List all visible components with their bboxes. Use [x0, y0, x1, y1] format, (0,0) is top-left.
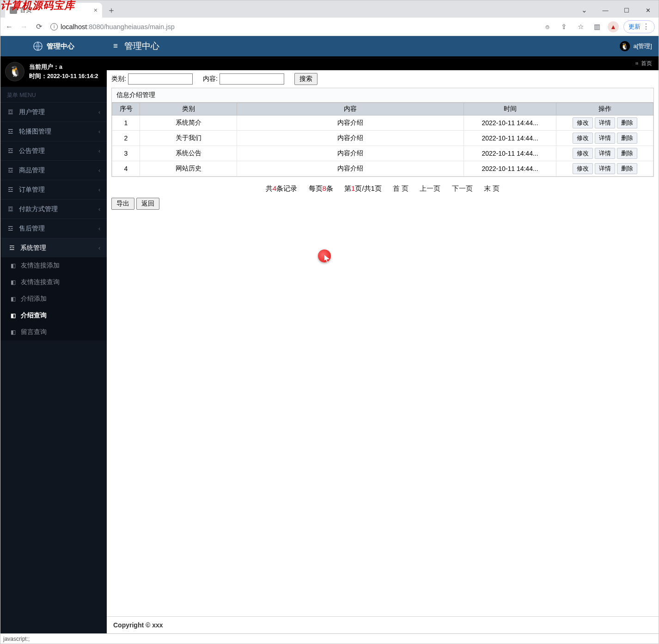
- share-icon[interactable]: ⇪: [558, 21, 570, 33]
- submenu-item-label: 介绍查询: [21, 311, 47, 320]
- sidebar-item-2[interactable]: ☲公告管理‹: [0, 141, 107, 160]
- sidebar-item-label: 轮播图管理: [19, 128, 51, 136]
- chevron-left-icon: ‹: [98, 109, 100, 115]
- submenu-item-3[interactable]: ◧介绍查询: [0, 307, 107, 324]
- sliders-icon: ☲: [7, 225, 14, 232]
- reload-button[interactable]: ⟳: [34, 22, 44, 32]
- bookmark-icon[interactable]: ☆: [574, 21, 586, 33]
- delete-button[interactable]: 删除: [617, 133, 637, 144]
- maximize-button[interactable]: ☐: [616, 3, 637, 18]
- profile-avatar[interactable]: ▲: [608, 21, 619, 32]
- delete-button[interactable]: 删除: [617, 117, 637, 128]
- pager-prev[interactable]: 上一页: [420, 184, 440, 192]
- sidebar-item-5[interactable]: ☲付款方式管理‹: [0, 199, 107, 219]
- pager-page-prefix: 第: [344, 184, 351, 192]
- search-button[interactable]: 搜索: [294, 73, 317, 85]
- brand[interactable]: 管理中心: [0, 36, 107, 56]
- close-window-button[interactable]: ✕: [637, 3, 659, 18]
- tab-close-icon[interactable]: ×: [94, 6, 98, 14]
- panel-title: 信息介绍管理: [112, 88, 653, 103]
- sidebar-item-label: 售后管理: [19, 225, 45, 233]
- edit-button[interactable]: 修改: [573, 117, 593, 128]
- detail-button[interactable]: 详情: [595, 148, 615, 159]
- url-box[interactable]: i localhost:8080/huangheiauas/main.jsp: [49, 23, 537, 30]
- input-category[interactable]: [128, 73, 193, 85]
- col-time: 时间: [464, 103, 556, 115]
- titlebar: 计算机源码宝库 首页 × ＋ ⌄ — ☐ ✕: [0, 0, 659, 18]
- breadcrumb-home[interactable]: 首页: [641, 60, 652, 67]
- cell-time: 2022-10-11 14:44...: [464, 115, 556, 131]
- cell-time: 2022-10-11 14:44...: [464, 146, 556, 161]
- delete-button[interactable]: 删除: [617, 163, 637, 174]
- back-button[interactable]: 返回: [136, 198, 159, 210]
- edit-button[interactable]: 修改: [573, 163, 593, 174]
- pager-next[interactable]: 下一页: [452, 184, 473, 192]
- user-info: 🐧 当前用户：a 时间：2022-10-11 16:14:2: [0, 56, 107, 87]
- cell-category: 系统简介: [140, 115, 237, 131]
- hamburger-icon[interactable]: ≡: [113, 42, 118, 51]
- chevron-left-icon: ‹: [98, 187, 100, 193]
- cell-ops: 修改详情删除: [556, 115, 653, 131]
- input-content[interactable]: [220, 73, 284, 85]
- cell-content: 内容介绍: [237, 115, 464, 131]
- submenu-item-2[interactable]: ◧介绍添加: [0, 291, 107, 307]
- bookmark-icon: ◧: [10, 262, 16, 269]
- col-op: 操作: [556, 103, 653, 115]
- cell-content: 内容介绍: [237, 131, 464, 146]
- pager-per-num: 8: [323, 184, 326, 192]
- sidebar: 管理中心 🐧 当前用户：a 时间：2022-10-11 16:14:2 菜单 M…: [0, 36, 107, 633]
- sidebar-item-7[interactable]: ☲系统管理‹: [0, 238, 107, 257]
- sidebar-item-label: 用户管理: [19, 108, 45, 116]
- sidebar-item-label: 订单管理: [19, 186, 45, 194]
- sidebar-item-6[interactable]: ☲售后管理‹: [0, 219, 107, 238]
- sliders-icon: ☲: [7, 167, 14, 174]
- table-row: 2关于我们内容介绍2022-10-11 14:44...修改详情删除: [112, 131, 653, 146]
- pager-first[interactable]: 首 页: [393, 184, 409, 192]
- sidebar-item-4[interactable]: ☲订单管理‹: [0, 180, 107, 199]
- detail-button[interactable]: 详情: [595, 117, 615, 128]
- sidebar-item-3[interactable]: ☲商品管理‹: [0, 160, 107, 180]
- sidebar-item-1[interactable]: ☲轮播图管理‹: [0, 122, 107, 141]
- edit-button[interactable]: 修改: [573, 133, 593, 144]
- sidebar-item-label: 系统管理: [20, 244, 46, 252]
- url-host: localhost: [61, 23, 87, 30]
- export-button[interactable]: 导出: [111, 198, 134, 210]
- menu-header: 菜单 MENU: [0, 87, 107, 102]
- key-icon[interactable]: ⌾: [541, 21, 553, 33]
- submenu-item-4[interactable]: ◧留言查询: [0, 324, 107, 340]
- submenu-item-label: 友情连接查询: [21, 278, 60, 286]
- pager-page-mid: 页/共: [355, 184, 371, 192]
- site-info-icon[interactable]: i: [50, 23, 58, 30]
- sliders-icon: ☲: [7, 128, 14, 135]
- sidepanel-icon[interactable]: ▥: [591, 21, 603, 33]
- sidebar-item-label: 商品管理: [19, 166, 45, 175]
- detail-button[interactable]: 详情: [595, 133, 615, 144]
- sidebar-item-0[interactable]: ☲用户管理‹: [0, 102, 107, 122]
- cell-content: 内容介绍: [237, 146, 464, 161]
- sliders-icon: ☲: [7, 109, 14, 115]
- pager-last[interactable]: 末 页: [484, 184, 500, 192]
- topbar-avatar[interactable]: 🐧: [620, 41, 630, 51]
- chevron-left-icon: ‹: [98, 167, 100, 174]
- cell-time: 2022-10-11 14:44...: [464, 131, 556, 146]
- update-button[interactable]: 更新 ⋮: [623, 20, 655, 33]
- nav-forward-button[interactable]: →: [19, 22, 29, 32]
- pager: 共4条记录 每页8条 第1页/共1页 首 页 上一页 下一页 末 页: [107, 177, 659, 198]
- status-text: javascript:;: [3, 636, 30, 642]
- update-label: 更新: [628, 23, 641, 31]
- current-user-value: a: [59, 64, 62, 70]
- nav-back-button[interactable]: ←: [4, 22, 14, 32]
- sliders-icon: ☲: [7, 147, 14, 154]
- tab-overflow-icon[interactable]: ⌄: [574, 3, 595, 18]
- edit-button[interactable]: 修改: [573, 148, 593, 159]
- bookmark-icon: ◧: [10, 296, 16, 302]
- chevron-left-icon: ‹: [98, 206, 100, 213]
- submenu-item-0[interactable]: ◧友情连接添加: [0, 257, 107, 274]
- delete-button[interactable]: 删除: [617, 148, 637, 159]
- topbar-user-label[interactable]: a[管理]: [634, 42, 652, 50]
- submenu-item-1[interactable]: ◧友情连接查询: [0, 274, 107, 291]
- new-tab-button[interactable]: ＋: [105, 4, 118, 17]
- detail-button[interactable]: 详情: [595, 163, 615, 174]
- pager-total-prefix: 共: [266, 184, 273, 192]
- minimize-button[interactable]: —: [595, 3, 616, 18]
